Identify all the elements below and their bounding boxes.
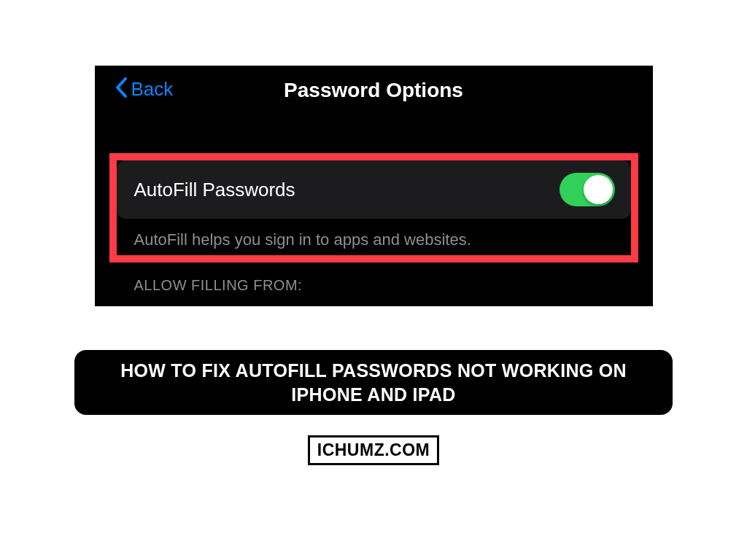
autofill-passwords-label: AutoFill Passwords: [134, 179, 295, 201]
site-name-badge: ICHUMZ.COM: [308, 435, 439, 465]
back-button[interactable]: Back: [115, 77, 174, 101]
autofill-footer-text: AutoFill helps you sign in to apps and w…: [134, 230, 471, 249]
article-title-banner: HOW TO FIX AUTOFILL PASSWORDS NOT WORKIN…: [74, 350, 673, 415]
toggle-knob: [584, 175, 613, 204]
navigation-bar: Back Password Options: [95, 66, 653, 109]
chevron-left-icon: [115, 77, 127, 101]
ios-settings-screenshot: Back Password Options AutoFill Passwords…: [95, 66, 653, 306]
autofill-passwords-row[interactable]: AutoFill Passwords: [117, 160, 631, 219]
allow-filling-section-header: ALLOW FILLING FROM:: [134, 277, 303, 294]
page-title: Password Options: [284, 79, 463, 102]
autofill-passwords-toggle[interactable]: [560, 173, 615, 206]
back-label: Back: [131, 78, 174, 101]
